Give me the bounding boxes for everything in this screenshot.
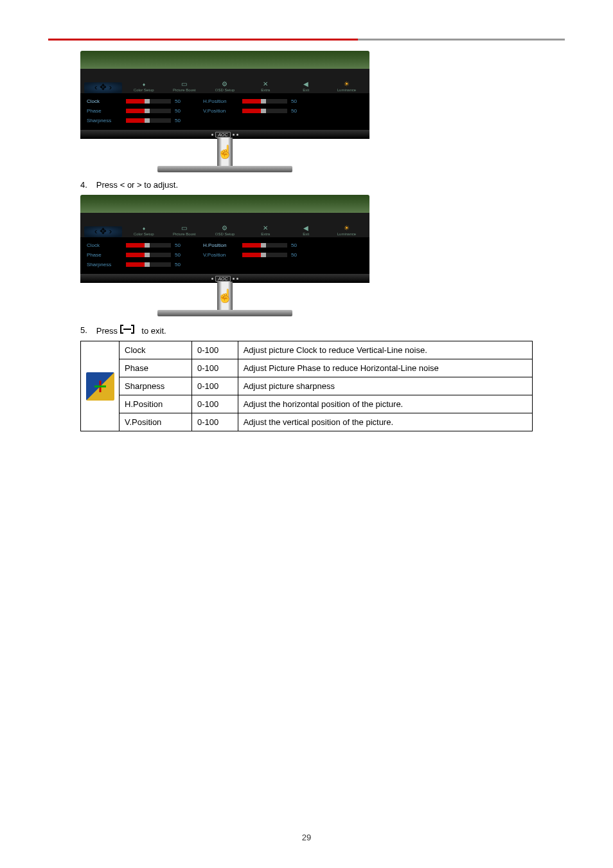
step-5-prefix: Press — [96, 326, 120, 336]
param-name: H.Position — [120, 395, 192, 413]
osd-nav-arrows: ‹ ✥ › — [84, 82, 122, 93]
header-rule — [48, 39, 565, 41]
tab-color-setup: ⬧Color Setup — [125, 80, 163, 93]
step-4: 4. Press < or > to adjust. — [80, 180, 565, 190]
hand-pointer-icon: ☝ — [217, 288, 233, 303]
setting-vposition: V.Position 50 — [203, 252, 300, 258]
setting-vposition: V.Position 50 — [203, 108, 300, 114]
tab-extra: ✕Extra — [247, 80, 285, 93]
param-name: Sharpness — [120, 377, 192, 395]
param-range: 0-100 — [191, 413, 238, 431]
tab-exit: ◀Exit — [287, 224, 325, 237]
tab-picture-boost: ▭Picture Boost — [165, 80, 203, 93]
param-range: 0-100 — [191, 341, 238, 359]
setting-sharpness: Sharpness 50 — [87, 118, 184, 123]
tab-luminance: ☀Luminance — [328, 80, 366, 93]
osd-screenshot-1: ‹ ✥ › ⬧Color Setup ▭Picture Boost ⚙OSD S… — [80, 51, 369, 172]
setting-hposition: H.Position 50 — [203, 242, 300, 248]
setting-sharpness: Sharpness 50 — [87, 262, 184, 267]
param-name: Phase — [120, 359, 192, 377]
tab-extra: ✕Extra — [247, 224, 285, 237]
setting-phase: Phase 50 — [87, 108, 184, 114]
param-desc: Adjust the vertical position of the pict… — [238, 413, 532, 431]
param-range: 0-100 — [191, 359, 238, 377]
osd-nav-arrows: ‹ ✥ › — [84, 226, 122, 237]
param-name: V.Position — [120, 413, 192, 431]
tab-luminance: ☀Luminance — [328, 224, 366, 237]
step-4-text: Press < or > to adjust. — [96, 180, 178, 190]
parameter-table: Clock 0-100 Adjust picture Clock to redu… — [80, 341, 533, 431]
step-5: 5. Press to exit. — [80, 324, 565, 336]
param-desc: Adjust picture sharpness — [238, 377, 532, 395]
setting-clock: Clock 50 — [87, 242, 184, 248]
tab-picture-boost: ▭Picture Boost — [165, 224, 203, 237]
param-desc: Adjust the horizontal position of the pi… — [238, 395, 532, 413]
tab-exit: ◀Exit — [287, 80, 325, 93]
param-range: 0-100 — [191, 395, 238, 413]
param-desc: Adjust picture Clock to reduce Vertical-… — [238, 341, 532, 359]
setting-hposition: H.Position 50 — [203, 98, 300, 104]
tab-osd-setup: ⚙OSD Setup — [206, 224, 244, 237]
param-name: Clock — [120, 341, 192, 359]
param-range: 0-100 — [191, 377, 238, 395]
param-desc: Adjust Picture Phase to reduce Horizonta… — [238, 359, 532, 377]
hand-pointer-icon: ☝ — [217, 144, 233, 159]
setting-phase: Phase 50 — [87, 252, 184, 258]
image-setup-category-icon — [81, 341, 120, 431]
step-5-suffix: to exit. — [141, 326, 166, 336]
osd-screenshot-2: ‹ ✥ › ⬧Color Setup ▭Picture Boost ⚙OSD S… — [80, 195, 369, 316]
auto-exit-icon — [120, 324, 139, 334]
setting-clock: Clock 50 — [87, 98, 184, 104]
tab-osd-setup: ⚙OSD Setup — [206, 80, 244, 93]
page-number: 29 — [0, 833, 613, 842]
tab-color-setup: ⬧Color Setup — [125, 224, 163, 237]
